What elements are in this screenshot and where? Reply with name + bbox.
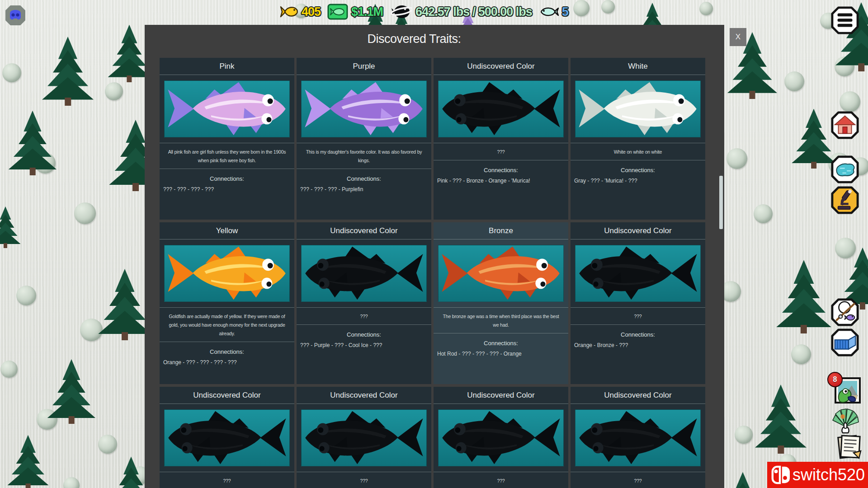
sidebar-item-pond[interactable] [831, 155, 859, 183]
fish-image [438, 409, 564, 466]
connections-list: Hot Rod - ??? - ??? - ??? - Orange [437, 351, 565, 357]
divider [297, 472, 431, 472]
connections-label: Connections: [571, 331, 705, 338]
bait-counter: 5 [539, 5, 568, 19]
trait-card[interactable]: White White on white o [571, 58, 705, 220]
divider [571, 324, 705, 325]
sidebar-item-journal[interactable] [835, 433, 863, 460]
trait-card[interactable]: Undiscovered Color ??? [297, 387, 431, 488]
divider [297, 324, 431, 325]
fishing-rod-icon [831, 298, 859, 326]
journal-icon [835, 433, 863, 460]
trait-description: The bronze age was a time when third pla… [439, 312, 562, 329]
modal-scrollbar[interactable] [719, 176, 723, 229]
sidebar-item-map[interactable] [831, 407, 860, 436]
snowball [105, 82, 123, 100]
divider [434, 143, 568, 143]
sidebar-item-fishing-rod[interactable] [831, 298, 859, 326]
sidebar-item-postcards[interactable]: 8 [832, 375, 862, 405]
trait-card[interactable]: Yellow Goldfish are ac [160, 222, 294, 384]
ringed-fish-icon [390, 2, 412, 21]
bait-count: 5 [562, 5, 568, 19]
snowball [601, 0, 615, 14]
trait-card[interactable]: Pink All pink fish are [160, 58, 294, 220]
fish-image [575, 80, 701, 137]
divider [434, 160, 568, 160]
snowball [840, 91, 860, 112]
trait-name: Undiscovered Color [571, 387, 705, 404]
snowball [699, 2, 713, 15]
fish-image [438, 245, 564, 302]
trait-name: Undiscovered Color [297, 387, 431, 404]
fish-illustration [165, 81, 289, 137]
trait-card[interactable]: Undiscovered Color ??? [160, 387, 294, 488]
connections-label: Connections: [434, 167, 568, 174]
trait-name: Undiscovered Color [297, 222, 431, 239]
sidebar-item-home[interactable] [831, 111, 859, 139]
sidebar-item-microscope[interactable] [831, 186, 859, 214]
divider [160, 342, 294, 342]
pine-tree [755, 383, 807, 451]
trait-description: This is my daughter's favorite color. It… [302, 148, 425, 165]
menu-button[interactable] [831, 6, 859, 34]
snowball [784, 71, 804, 91]
discord-button[interactable] [5, 5, 26, 26]
trait-name: Undiscovered Color [160, 387, 294, 404]
boat-weight-counter: 642.57 lbs / 500.00 lbs [390, 2, 532, 21]
trait-card[interactable]: Undiscovered Color ??? [297, 222, 431, 384]
close-button[interactable]: X [730, 28, 746, 46]
fish-image [164, 409, 290, 466]
fish-image [438, 80, 564, 137]
trait-card[interactable]: Undiscovered Color ??? [571, 222, 705, 384]
pine-tree [722, 471, 763, 488]
snowball [573, 0, 590, 16]
trait-card[interactable]: Undiscovered Color ??? [434, 387, 568, 488]
fish-illustration [165, 410, 289, 466]
divider [160, 169, 294, 169]
postcards-badge: 8 [827, 372, 843, 387]
trait-name: Purple [297, 58, 431, 75]
trait-description: All pink fish are girl fish unless they … [165, 148, 288, 165]
connections-label: Connections: [297, 175, 431, 182]
snowball [74, 202, 96, 224]
fish-illustration [439, 81, 563, 137]
discovered-traits-modal: Discovered Traits: Pink [145, 25, 724, 488]
sidebar-item-fish-pen[interactable] [831, 328, 859, 357]
fish-image [301, 80, 427, 137]
snowball [754, 204, 773, 223]
snowball [735, 426, 753, 444]
fish-illustration [576, 245, 700, 301]
divider [297, 307, 431, 308]
fish-image [164, 80, 290, 137]
pine-tree [776, 258, 831, 331]
goldfish-counter: 405 [279, 4, 321, 19]
fish-illustration [165, 245, 289, 301]
switch520-watermark: switch520 [767, 462, 868, 488]
fish-illustration [576, 410, 700, 466]
trait-name: Undiscovered Color [571, 222, 705, 239]
trait-card[interactable]: Undiscovered Color ??? [571, 387, 705, 488]
connections-label: Connections: [297, 331, 431, 338]
trait-card[interactable]: Purple This is my daug [297, 58, 431, 220]
trait-card[interactable]: Bronze The bronze age [434, 222, 568, 384]
snowball [726, 148, 747, 169]
divider [571, 143, 705, 143]
money-amount: $1.1M [351, 5, 383, 19]
trait-name: Pink [160, 58, 294, 75]
goldfish-count: 405 [302, 5, 321, 19]
trait-description: Goldfish are actually made of yellow. If… [165, 312, 288, 338]
trait-description: ??? [576, 312, 699, 321]
trait-description: ??? [439, 148, 562, 156]
pine-tree [9, 109, 57, 173]
divider [160, 472, 294, 472]
connections-list: Gray - ??? - 'Murica! - ??? [574, 178, 702, 184]
fish-image [301, 409, 427, 466]
trait-name: Undiscovered Color [434, 387, 568, 404]
divider [434, 472, 568, 472]
divider [297, 143, 431, 143]
trait-grid: Pink All pink fish are [160, 58, 705, 488]
trait-description: ??? [302, 312, 425, 321]
trait-card[interactable]: Undiscovered Color ??? [434, 58, 568, 220]
pine-tree [792, 108, 836, 166]
pine-tree [42, 35, 94, 103]
